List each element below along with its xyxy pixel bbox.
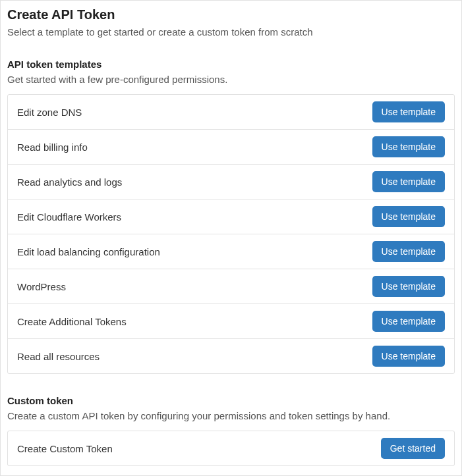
- use-template-button[interactable]: Use template: [372, 136, 445, 157]
- page-title: Create API Token: [7, 7, 455, 22]
- page-subtitle: Select a template to get started or crea…: [7, 26, 455, 38]
- template-row-read-billing-info: Read billing info Use template: [8, 130, 454, 165]
- use-template-button[interactable]: Use template: [372, 101, 445, 122]
- use-template-button[interactable]: Use template: [372, 171, 445, 192]
- template-row-edit-load-balancing: Edit load balancing configuration Use te…: [8, 234, 454, 269]
- use-template-button[interactable]: Use template: [372, 276, 445, 297]
- template-row-edit-zone-dns: Edit zone DNS Use template: [8, 95, 454, 130]
- use-template-button[interactable]: Use template: [372, 206, 445, 227]
- template-label: Read billing info: [17, 142, 88, 153]
- template-row-read-analytics-logs: Read analytics and logs Use template: [8, 165, 454, 199]
- template-row-create-additional-tokens: Create Additional Tokens Use template: [8, 304, 454, 339]
- use-template-button[interactable]: Use template: [372, 311, 445, 332]
- custom-token-label: Create Custom Token: [17, 443, 113, 454]
- template-label: WordPress: [17, 281, 66, 292]
- get-started-button[interactable]: Get started: [381, 438, 445, 459]
- create-api-token-panel: Create API Token Select a template to ge…: [0, 0, 462, 476]
- template-row-read-all-resources: Read all resources Use template: [8, 339, 454, 373]
- template-label: Edit load balancing configuration: [17, 246, 160, 257]
- custom-section-subtitle: Create a custom API token by configuring…: [7, 410, 455, 421]
- template-label: Edit zone DNS: [17, 107, 82, 118]
- template-label: Create Additional Tokens: [17, 316, 127, 327]
- template-label: Read analytics and logs: [17, 176, 122, 188]
- custom-token-row: Create Custom Token Get started: [7, 431, 455, 466]
- use-template-button[interactable]: Use template: [372, 346, 445, 367]
- custom-section-title: Custom token: [7, 395, 455, 406]
- templates-section-title: API token templates: [7, 59, 455, 70]
- template-label: Edit Cloudflare Workers: [17, 211, 121, 223]
- use-template-button[interactable]: Use template: [372, 241, 445, 262]
- template-row-wordpress: WordPress Use template: [8, 269, 454, 304]
- template-list: Edit zone DNS Use template Read billing …: [7, 94, 455, 374]
- template-label: Read all resources: [17, 351, 100, 362]
- templates-section-subtitle: Get started with a few pre-configured pe…: [7, 74, 455, 85]
- template-row-edit-cloudflare-workers: Edit Cloudflare Workers Use template: [8, 199, 454, 234]
